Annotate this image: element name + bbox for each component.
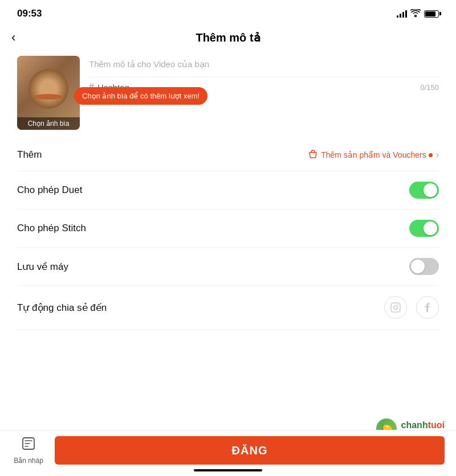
save-toggle[interactable] [409, 258, 439, 275]
duet-row: Cho phép Duet [17, 171, 439, 210]
battery-icon [424, 10, 439, 18]
save-label: Lưu về máy [17, 261, 68, 273]
share-label: Tự động chia sẻ đến [17, 302, 107, 314]
stitch-row: Cho phép Stitch [17, 210, 439, 248]
stitch-toggle[interactable] [409, 220, 439, 237]
wifi-icon [410, 9, 421, 19]
duet-toggle-knob [424, 183, 437, 197]
duet-toggle[interactable] [409, 182, 439, 199]
save-row: Lưu về máy [17, 248, 439, 286]
stitch-label: Cho phép Stitch [17, 223, 86, 234]
page-title: Thêm mô tả [196, 31, 260, 44]
chevron-right-icon: › [436, 150, 439, 160]
add-product-right: Thêm sản phẩm và Vouchers › [307, 149, 439, 161]
video-description-row: Chọn ảnh bìa Chọn ảnh bìa để có thêm lượ… [17, 56, 439, 130]
header: ‹ Thêm mô tả [0, 25, 456, 50]
cover-label[interactable]: Chọn ảnh bìa [17, 117, 80, 130]
svg-point-2 [398, 305, 399, 306]
status-icons [397, 9, 439, 19]
product-dot-badge [429, 153, 433, 157]
draft-button[interactable]: Bản nháp [11, 436, 46, 465]
watermark-tuoi: tuoí [428, 420, 445, 430]
add-product-label: Thêm [17, 149, 42, 161]
status-bar: 09:53 [0, 0, 456, 25]
status-time: 09:53 [17, 8, 42, 19]
share-row: Tự động chia sẻ đến [17, 286, 439, 330]
instagram-icon[interactable] [384, 296, 407, 319]
duet-label: Cho phép Duet [17, 184, 82, 196]
cover-tooltip: Chọn ảnh bìa để có thêm lượt xem! [74, 87, 207, 105]
facebook-icon[interactable] [416, 296, 439, 319]
shopping-bag-icon [307, 149, 319, 161]
char-count: 0/150 [420, 83, 439, 92]
main-content: Chọn ảnh bìa Chọn ảnh bìa để có thêm lượ… [0, 56, 456, 330]
signal-bars-icon [397, 10, 407, 18]
add-product-row[interactable]: Thêm Thêm sản phẩm và Vouchers › [17, 139, 439, 171]
home-indicator [194, 469, 262, 471]
svg-point-1 [394, 306, 398, 310]
draft-label: Bản nháp [14, 457, 43, 465]
back-button[interactable]: ‹ [11, 30, 15, 45]
draft-icon [21, 436, 36, 454]
social-icons [384, 296, 439, 319]
stitch-toggle-knob [424, 221, 437, 235]
description-placeholder: Thêm mô tả cho Video của bạn [89, 56, 439, 70]
post-button[interactable]: ĐĂNG [55, 436, 445, 465]
product-text: Thêm sản phẩm và Vouchers [321, 150, 426, 159]
watermark-chanh: chanh [401, 420, 428, 430]
save-toggle-knob [411, 260, 425, 273]
product-link[interactable]: Thêm sản phẩm và Vouchers [307, 149, 433, 161]
svg-rect-0 [391, 303, 400, 312]
